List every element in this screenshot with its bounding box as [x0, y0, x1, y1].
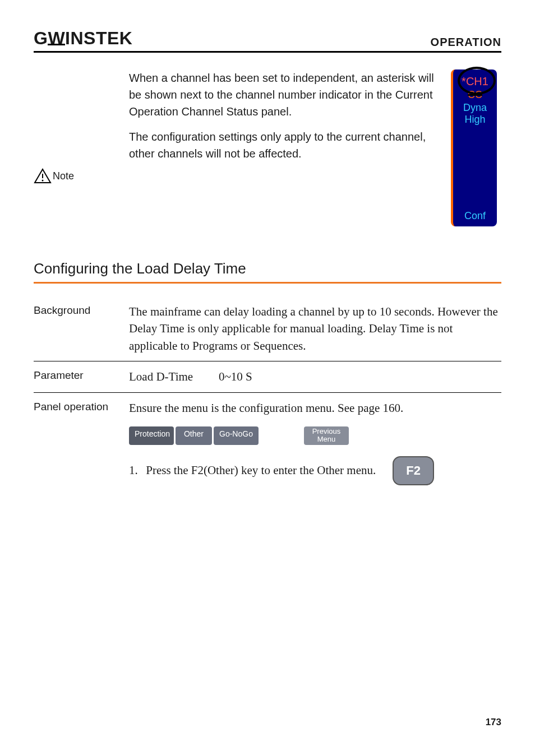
- parameter-name: Load D-Time: [129, 368, 219, 385]
- page-number: 173: [486, 717, 501, 728]
- logo-text-g: G: [34, 28, 48, 48]
- parameter-label: Parameter: [34, 368, 129, 385]
- header-section-title: OPERATION: [431, 36, 501, 49]
- note-label: Note: [53, 170, 74, 182]
- dyna-indicator: Dyna: [453, 102, 497, 114]
- parameter-row: Parameter Load D-Time 0~10 S: [34, 368, 501, 385]
- tab-protection: Protection: [129, 426, 174, 445]
- status-panel-illustration: *CH1 CC Dyna High Conf: [451, 69, 501, 226]
- step-number: 1.: [129, 462, 143, 479]
- high-indicator: High: [453, 114, 497, 126]
- tab-spacer: [260, 426, 302, 445]
- step-1-text: 1. Press the F2(Other) key to enter the …: [129, 462, 376, 479]
- step-1-row: 1. Press the F2(Other) key to enter the …: [129, 456, 501, 485]
- brand-logo: GWINSTEK: [34, 28, 132, 49]
- channel-status-panel: *CH1 CC Dyna High Conf: [451, 69, 497, 226]
- panel-operation-label: Panel operation: [34, 400, 129, 485]
- page-header: GWINSTEK OPERATION: [34, 28, 501, 53]
- svg-point-2: [42, 180, 44, 182]
- highlight-circle-icon: [458, 67, 496, 95]
- tab-other: Other: [176, 426, 212, 445]
- background-label: Background: [34, 303, 129, 354]
- note-paragraph-2: The configuration settings only apply to…: [129, 128, 442, 162]
- panel-operation-intro: Ensure the menu is the configuration men…: [129, 400, 501, 416]
- divider: [34, 392, 501, 393]
- heading-underline: [34, 282, 501, 284]
- conf-indicator: Conf: [453, 210, 497, 222]
- menu-tabs-illustration: Protection Other Go-NoGo Previous Menu: [129, 426, 501, 445]
- note-indicator: Note: [34, 69, 129, 226]
- background-text: The mainframe can delay loading a channe…: [129, 303, 501, 354]
- note-paragraph-1: When a channel has been set to independe…: [129, 69, 442, 120]
- warning-triangle-icon: [34, 168, 52, 184]
- panel-operation-content: Ensure the menu is the configuration men…: [129, 400, 501, 485]
- f2-key-icon: F2: [393, 456, 434, 485]
- note-body: When a channel has been set to independe…: [129, 69, 451, 226]
- logo-text-instek: INSTEK: [65, 28, 132, 48]
- tab-gonogo: Go-NoGo: [214, 426, 259, 445]
- logo-text-w: W: [48, 28, 65, 49]
- tab-previous-menu: Previous Menu: [304, 426, 349, 445]
- divider: [34, 361, 501, 361]
- parameter-content: Load D-Time 0~10 S: [129, 368, 501, 385]
- panel-operation-row: Panel operation Ensure the menu is the c…: [34, 400, 501, 485]
- section-heading: Configuring the Load Delay Time: [34, 260, 501, 277]
- parameter-range: 0~10 S: [219, 368, 252, 385]
- note-block: Note When a channel has been set to inde…: [34, 69, 501, 226]
- step-instruction: Press the F2(Other) key to enter the Oth…: [146, 463, 376, 477]
- background-row: Background The mainframe can delay loadi…: [34, 303, 501, 354]
